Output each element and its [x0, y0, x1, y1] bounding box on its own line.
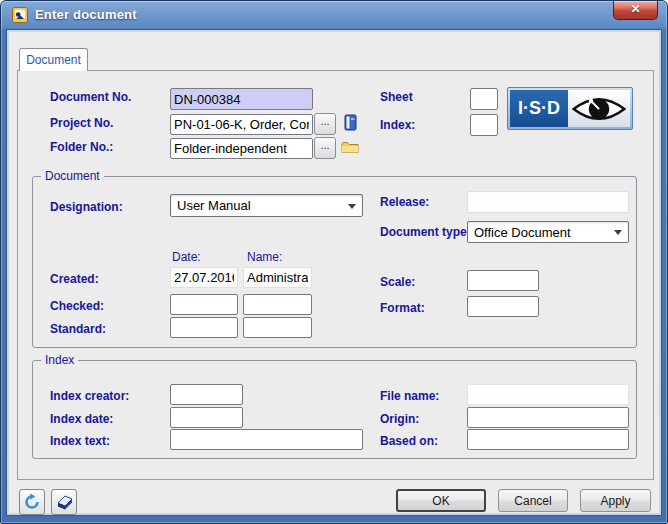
index-field[interactable]: [470, 114, 498, 136]
document-type-dropdown[interactable]: Office Document: [467, 221, 629, 243]
scale-label: Scale:: [380, 275, 415, 289]
tab-document[interactable]: Document: [19, 48, 88, 71]
standard-name-field[interactable]: [243, 317, 312, 338]
standard-date-field[interactable]: [170, 317, 238, 338]
index-label: Index:: [380, 118, 415, 132]
designation-value: User Manual: [177, 198, 251, 213]
refresh-icon: [23, 493, 41, 511]
sheet-field[interactable]: [470, 88, 498, 110]
folder-icon[interactable]: [339, 137, 361, 159]
chevron-down-icon: [614, 230, 622, 235]
title-bar[interactable]: Enter document ✕: [1, 1, 667, 29]
based-on-field[interactable]: [467, 429, 629, 450]
project-browse-button[interactable]: ...: [314, 113, 336, 135]
scale-field[interactable]: [467, 270, 539, 291]
eraser-icon: [55, 493, 74, 512]
sheet-label: Sheet: [380, 90, 413, 104]
checked-name-field[interactable]: [243, 294, 312, 315]
dialog-window: Enter document ✕ Document Document No. S…: [0, 0, 668, 524]
document-no-label: Document No.: [50, 90, 131, 104]
index-creator-label: Index creator:: [50, 389, 129, 403]
form-panel: Document No. Sheet I·S·D Project No. ...: [17, 70, 654, 480]
close-icon[interactable]: ✕: [613, 1, 658, 20]
name-column-header: Name:: [247, 250, 282, 264]
based-on-label: Based on:: [380, 434, 438, 448]
created-name-field[interactable]: [243, 267, 312, 288]
origin-label: Origin:: [380, 412, 419, 426]
release-field[interactable]: [467, 191, 629, 213]
document-app-icon: [12, 7, 28, 23]
document-no-field[interactable]: [170, 88, 313, 110]
origin-field[interactable]: [467, 407, 629, 428]
designation-dropdown[interactable]: User Manual: [170, 194, 363, 217]
cancel-button[interactable]: Cancel: [498, 489, 568, 512]
isd-logo-text: I·S·D: [510, 90, 568, 127]
dialog-client-area: Document Document No. Sheet I·S·D Pro: [6, 29, 662, 516]
format-field[interactable]: [467, 296, 539, 317]
apply-button[interactable]: Apply: [580, 489, 651, 512]
index-group-title: Index: [41, 353, 78, 367]
date-column-header: Date:: [172, 250, 201, 264]
designation-label: Designation:: [50, 200, 123, 214]
window-title: Enter document: [35, 7, 137, 22]
document-group-title: Document: [41, 169, 104, 183]
chevron-down-icon: [348, 204, 356, 209]
eye-icon: [570, 94, 628, 124]
index-date-field[interactable]: [170, 407, 243, 428]
standard-label: Standard:: [50, 322, 106, 336]
project-book-icon[interactable]: [339, 113, 361, 135]
folder-no-field[interactable]: [170, 138, 313, 159]
checked-date-field[interactable]: [170, 294, 238, 315]
project-no-label: Project No.: [50, 116, 113, 130]
folder-browse-button[interactable]: ...: [314, 137, 336, 159]
created-date-field[interactable]: [170, 267, 238, 288]
folder-no-label: Folder No.:: [50, 140, 113, 154]
format-label: Format:: [380, 301, 425, 315]
created-label: Created:: [50, 272, 99, 286]
file-name-field[interactable]: [467, 384, 629, 405]
index-text-field[interactable]: [170, 429, 363, 450]
document-type-label: Document type:: [380, 225, 471, 239]
document-type-value: Office Document: [474, 225, 571, 240]
release-label: Release:: [380, 195, 429, 209]
erase-button[interactable]: [51, 489, 77, 515]
file-name-label: File name:: [380, 389, 439, 403]
ok-button[interactable]: OK: [396, 489, 486, 512]
index-text-label: Index text:: [50, 434, 110, 448]
checked-label: Checked:: [50, 299, 104, 313]
isd-logo: I·S·D: [507, 87, 633, 130]
refresh-button[interactable]: [19, 489, 45, 515]
index-date-label: Index date:: [50, 412, 113, 426]
project-no-field[interactable]: [170, 114, 313, 135]
index-creator-field[interactable]: [170, 384, 243, 405]
